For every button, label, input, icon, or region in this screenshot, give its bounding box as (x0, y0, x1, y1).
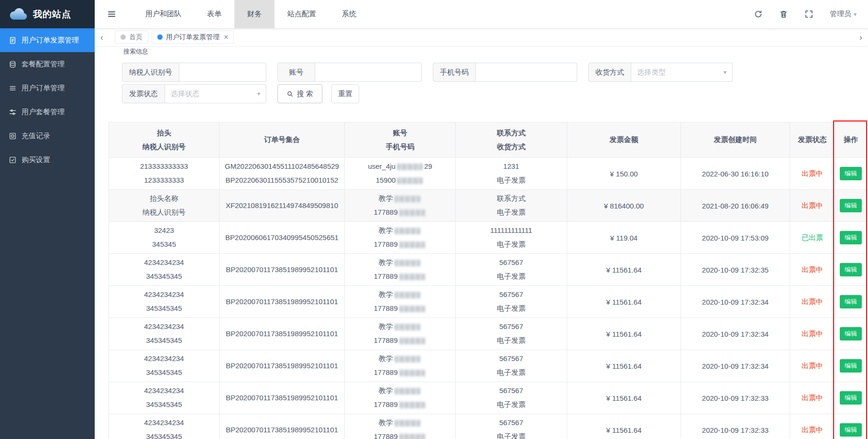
amount-value: ¥ 11561.64 (606, 394, 642, 402)
edit-button[interactable]: 编辑 (840, 359, 862, 373)
cell-amount: ¥ 11561.64 (567, 318, 681, 350)
account-line: 教学 (345, 256, 455, 270)
cell-account: 教学177889 (345, 382, 456, 414)
cell-action: 编辑 (835, 254, 867, 286)
created-time: 2020-10-09 17:32:33 (702, 426, 769, 434)
contact-line: 电子发票 (456, 398, 567, 412)
cell-amount: ¥ 11561.64 (567, 254, 681, 286)
cell-action: 编辑 (835, 318, 867, 350)
cell-amount: ¥ 11561.64 (567, 414, 681, 439)
topnav-item[interactable]: 用户和团队 (132, 0, 194, 28)
cell-account: 教学177889 (345, 190, 456, 222)
user-name: 管理员 (830, 10, 851, 19)
edit-button[interactable]: 编辑 (840, 167, 862, 180)
sidebar-items: 用户订单发票管理套餐配置管理用户订单管理用户套餐管理充值记录购买设置 (0, 28, 95, 172)
table-row: 4234234234345345345BP2020070117385198995… (109, 286, 867, 318)
header-line: 纳税人识别号 (109, 140, 219, 154)
amount-value: ¥ 11561.64 (606, 298, 642, 306)
user-menu[interactable]: 管理员 ▾ (830, 10, 857, 19)
topnav-item[interactable]: 财务 (234, 0, 275, 28)
account-text: 29 (424, 162, 432, 170)
tab[interactable]: 用户订单发票管理× (152, 31, 234, 44)
cell-created-time: 2020-10-09 17:53:09 (681, 222, 790, 254)
tabs-scroll-right-icon[interactable]: › (854, 32, 868, 43)
sidebar-item[interactable]: 套餐配置管理 (0, 52, 95, 76)
search-field-group: 手机号码 (433, 63, 577, 82)
select-placeholder: 选择状态 (171, 89, 199, 99)
order-number: BP20200701173851989952101101 (220, 391, 344, 405)
created-time: 2020-10-09 17:32:35 (702, 266, 769, 274)
topnav-item[interactable]: 站点配置 (275, 0, 329, 28)
amount-value: ¥ 150.00 (610, 170, 637, 178)
invoice-table: 抬头纳税人识别号订单号集合账号手机号码联系方式收货方式发票金额发票创建时间发票状… (109, 122, 867, 439)
cell-action: 编辑 (835, 190, 867, 222)
tab[interactable]: 首页 (115, 31, 148, 44)
status-text: 出票中 (802, 169, 823, 177)
status-text: 出票中 (802, 297, 823, 306)
search-select[interactable]: 选择状态▾ (165, 84, 266, 103)
chevron-down-icon: ▾ (724, 69, 726, 76)
tabs-scroll-left-icon[interactable]: ‹ (95, 32, 109, 43)
search-button[interactable]: 搜 索 (277, 84, 322, 103)
title-line: 213333333333 (109, 160, 219, 174)
contact-line: 电子发票 (456, 430, 567, 439)
cell-orders: BP20200701173851989952101101 (220, 318, 345, 350)
cell-account: 教学177889 (345, 222, 456, 254)
edit-button[interactable]: 编辑 (840, 263, 862, 276)
sidebar-item[interactable]: 用户订单发票管理 (0, 28, 95, 52)
edit-button[interactable]: 编辑 (840, 327, 862, 340)
reset-button[interactable]: 重置 (331, 84, 359, 103)
topnav-item[interactable]: 表单 (194, 0, 234, 28)
tab-dot-icon (157, 34, 163, 40)
search-field-label: 发票状态 (122, 84, 165, 103)
account-line: 177889 (345, 366, 455, 380)
sidebar-item[interactable]: 充值记录 (0, 124, 95, 148)
fullscreen-icon[interactable] (804, 10, 813, 19)
search-input[interactable] (179, 63, 266, 82)
close-icon[interactable]: × (224, 33, 228, 42)
tabs: 首页用户订单发票管理× (109, 31, 234, 44)
user-package-icon (9, 108, 17, 116)
amount-value: ¥ 119.04 (610, 234, 637, 242)
sidebar-collapse-icon[interactable] (95, 0, 129, 28)
redacted-blur (395, 420, 420, 427)
sidebar-item[interactable]: 用户订单管理 (0, 76, 95, 100)
title-line: 1233333333 (109, 174, 219, 187)
search-select[interactable]: 选择类型▾ (631, 63, 733, 82)
trash-icon[interactable] (779, 10, 788, 19)
cell-amount: ¥ 11561.64 (567, 382, 681, 414)
sidebar: 用户订单发票管理套餐配置管理用户订单管理用户套餐管理充值记录购买设置 (0, 28, 95, 439)
contact-line: 111111111111 (456, 224, 567, 238)
search-input[interactable] (476, 63, 577, 82)
edit-button[interactable]: 编辑 (840, 295, 862, 308)
column-header: 发票创建时间 (681, 122, 790, 158)
contact-line: 567567 (456, 320, 567, 334)
edit-button[interactable]: 编辑 (840, 231, 862, 244)
account-text: 177889 (374, 208, 397, 216)
account-line: 教学 (345, 320, 455, 334)
account-line: 教学 (345, 224, 455, 238)
contact-line: 联系方式 (456, 192, 567, 206)
chevron-down-icon: ▾ (257, 90, 260, 97)
header-line: 发票状态 (790, 133, 835, 147)
order-number: BP20200701173851989952101101 (220, 359, 344, 373)
sidebar-item[interactable]: 购买设置 (0, 148, 95, 172)
amount-value: ¥ 11561.64 (606, 426, 642, 434)
refresh-icon[interactable] (754, 10, 763, 19)
tabbar: ‹ 首页用户订单发票管理× › (95, 28, 868, 46)
edit-button[interactable]: 编辑 (840, 199, 862, 212)
table-row: 4234234234345345345BP2020070117385198995… (109, 350, 867, 382)
edit-button[interactable]: 编辑 (840, 391, 862, 405)
brand: 我的站点 (0, 0, 95, 28)
account-text: 177889 (374, 432, 397, 439)
search-input[interactable] (315, 63, 422, 82)
topnav-item[interactable]: 系统 (329, 0, 369, 28)
sidebar-item[interactable]: 用户套餐管理 (0, 100, 95, 124)
edit-button[interactable]: 编辑 (840, 423, 862, 437)
search-section-title: 搜索信息 (123, 47, 868, 56)
cell-orders: BP20200701173851989952101101 (220, 382, 345, 414)
table-row: 4234234234345345345BP2020070117385198995… (109, 414, 867, 439)
order-number: XF20210819162114974849509810 (220, 199, 344, 213)
cell-orders: BP20200701173851989952101101 (220, 414, 345, 439)
contact-line: 电子发票 (456, 206, 567, 220)
